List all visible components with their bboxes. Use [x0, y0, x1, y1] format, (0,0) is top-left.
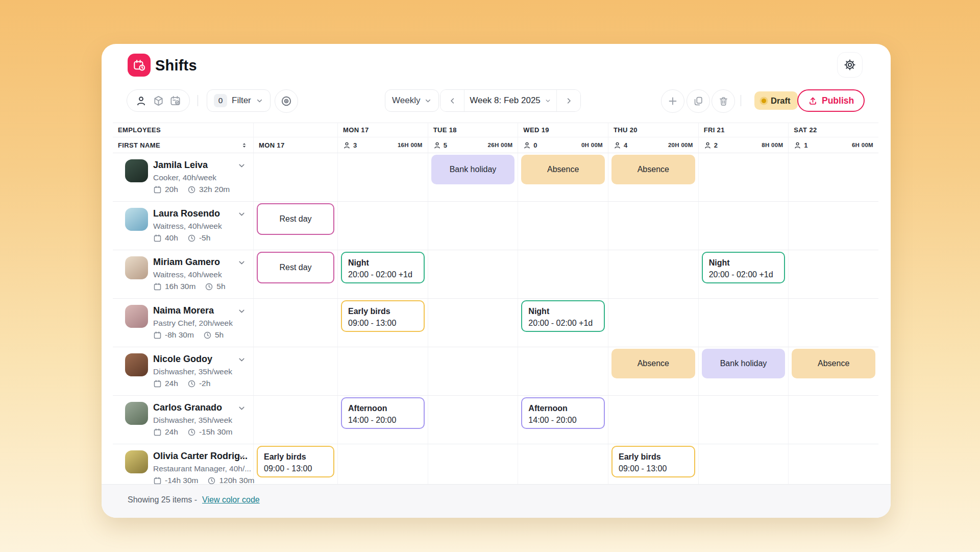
shift-cell[interactable]: [428, 396, 518, 444]
shift-chip-afternoon[interactable]: Afternoon14:00 - 20:00: [521, 397, 605, 429]
shift-cell[interactable]: [698, 153, 789, 201]
shift-cell[interactable]: Absence: [788, 347, 878, 395]
day-total-hours: 20H 00M: [668, 142, 693, 148]
previous-week-button[interactable]: [440, 90, 464, 111]
shift-chip-early[interactable]: Early birds09:00 - 13:00: [341, 300, 425, 332]
shift-chip-bank[interactable]: Bank holiday: [431, 155, 515, 184]
shift-cell[interactable]: [253, 396, 337, 444]
shift-chip-night[interactable]: Night20:00 - 02:00 +1d: [521, 300, 605, 332]
shift-chip-bank[interactable]: Bank holiday: [702, 349, 786, 378]
shift-cell[interactable]: Bank holiday: [428, 153, 518, 201]
shift-chip-absence[interactable]: Absence: [521, 155, 605, 184]
shift-cell[interactable]: [428, 347, 518, 395]
delete-button[interactable]: [712, 89, 735, 113]
employee-stats: 24h-15h 30m: [153, 427, 232, 437]
shift-cell[interactable]: Rest day: [253, 202, 337, 250]
expand-row-chevron-icon[interactable]: [237, 355, 246, 364]
view-mode-select[interactable]: Weekly: [385, 89, 439, 112]
shift-cell[interactable]: [788, 153, 878, 201]
table-footer: Showing 25 items - View color code: [102, 484, 891, 518]
shift-chip-absence[interactable]: Absence: [611, 155, 695, 184]
scheduled-hours: 16h 30m: [165, 282, 195, 291]
expand-row-chevron-icon[interactable]: [237, 404, 246, 413]
calendar-icon: [153, 282, 162, 291]
shift-chip-rest[interactable]: Rest day: [257, 203, 334, 235]
pre-day-header-empty: [253, 123, 337, 137]
shift-chip-afternoon[interactable]: Afternoon14:00 - 20:00: [341, 397, 425, 429]
shift-cell[interactable]: [428, 250, 518, 298]
shift-chip-early[interactable]: Early birds09:00 - 13:00: [257, 446, 334, 477]
gear-icon: [844, 59, 856, 71]
positions-view-icon[interactable]: [153, 95, 164, 107]
shift-chip-night[interactable]: Night20:00 - 02:00 +1d: [341, 252, 425, 283]
week-select[interactable]: Week 8: Feb 2025: [464, 90, 557, 111]
day-summary-5: 28H 00M: [698, 137, 789, 153]
balance-hours: 32h 20m: [199, 185, 230, 194]
person-icon: [794, 141, 801, 149]
employees-view-icon[interactable]: [135, 95, 147, 107]
publish-button[interactable]: Publish: [797, 89, 865, 112]
sort-icon[interactable]: [240, 141, 248, 149]
shift-cell[interactable]: [337, 202, 428, 250]
shift-cell[interactable]: [518, 347, 608, 395]
shift-cell[interactable]: [788, 250, 878, 298]
shift-cell[interactable]: Afternoon14:00 - 20:00: [337, 396, 428, 444]
expand-row-chevron-icon[interactable]: [237, 452, 246, 461]
employee-stats: 16h 30m5h: [153, 282, 226, 291]
add-shift-button[interactable]: [661, 89, 684, 113]
shift-chip-night[interactable]: Night20:00 - 02:00 +1d: [702, 252, 786, 283]
shift-cell[interactable]: Rest day: [253, 250, 337, 298]
expand-row-chevron-icon[interactable]: [237, 161, 246, 170]
shift-cell[interactable]: [608, 250, 698, 298]
shift-cell[interactable]: Night20:00 - 02:00 +1d: [337, 250, 428, 298]
shift-cell[interactable]: [518, 250, 608, 298]
next-week-button[interactable]: [557, 90, 580, 111]
shift-cell[interactable]: Afternoon14:00 - 20:00: [518, 396, 608, 444]
view-color-code-link[interactable]: View color code: [202, 495, 260, 505]
employee-role: Pastry Chef, 20h/week: [153, 319, 233, 328]
shift-chip-early[interactable]: Early birds09:00 - 13:00: [611, 446, 695, 477]
shift-chip-absence[interactable]: Absence: [792, 349, 875, 378]
expand-row-chevron-icon[interactable]: [237, 210, 246, 219]
schedule-view-icon[interactable]: [169, 95, 181, 107]
settings-button[interactable]: [837, 52, 863, 78]
shift-cell[interactable]: [608, 396, 698, 444]
filter-button[interactable]: 0 Filter: [207, 89, 271, 112]
items-count-text: Showing 25 items -: [128, 495, 197, 505]
shift-cell[interactable]: Early birds09:00 - 13:00: [337, 299, 428, 347]
day-employee-count: 2: [714, 141, 718, 149]
shift-cell[interactable]: [428, 202, 518, 250]
shift-cell[interactable]: Night20:00 - 02:00 +1d: [518, 299, 608, 347]
shift-cell[interactable]: [698, 202, 789, 250]
shift-cell[interactable]: [788, 202, 878, 250]
shift-cell[interactable]: [253, 299, 337, 347]
shift-cell[interactable]: [428, 299, 518, 347]
shift-chip-absence[interactable]: Absence: [611, 349, 695, 378]
expand-row-chevron-icon[interactable]: [237, 258, 246, 267]
shift-cell[interactable]: Absence: [608, 347, 698, 395]
shift-cell[interactable]: [788, 299, 878, 347]
first-name-header[interactable]: FIRST NAME: [118, 141, 160, 149]
shift-cell[interactable]: Bank holiday: [698, 347, 789, 395]
employee-stats: 40h-5h: [153, 233, 210, 243]
shift-cell[interactable]: [253, 347, 337, 395]
day-total-hours: 8H 00M: [762, 142, 783, 148]
shift-cell[interactable]: [608, 299, 698, 347]
scheduled-hours: -8h 30m: [165, 330, 194, 340]
shift-cell[interactable]: [788, 396, 878, 444]
watch-view-button[interactable]: [275, 89, 298, 113]
shift-chip-rest[interactable]: Rest day: [257, 252, 334, 283]
shift-cell[interactable]: [337, 153, 428, 201]
shift-cell[interactable]: [253, 153, 337, 201]
shift-cell[interactable]: Night20:00 - 02:00 +1d: [698, 250, 789, 298]
calendar-icon: [153, 331, 162, 340]
copy-week-button[interactable]: [687, 89, 710, 113]
expand-row-chevron-icon[interactable]: [237, 307, 246, 316]
shift-cell[interactable]: [698, 299, 789, 347]
shift-cell[interactable]: [337, 347, 428, 395]
shift-cell[interactable]: [518, 202, 608, 250]
shift-cell[interactable]: [608, 202, 698, 250]
shift-cell[interactable]: Absence: [608, 153, 698, 201]
shift-cell[interactable]: Absence: [518, 153, 608, 201]
shift-cell[interactable]: [698, 396, 789, 444]
